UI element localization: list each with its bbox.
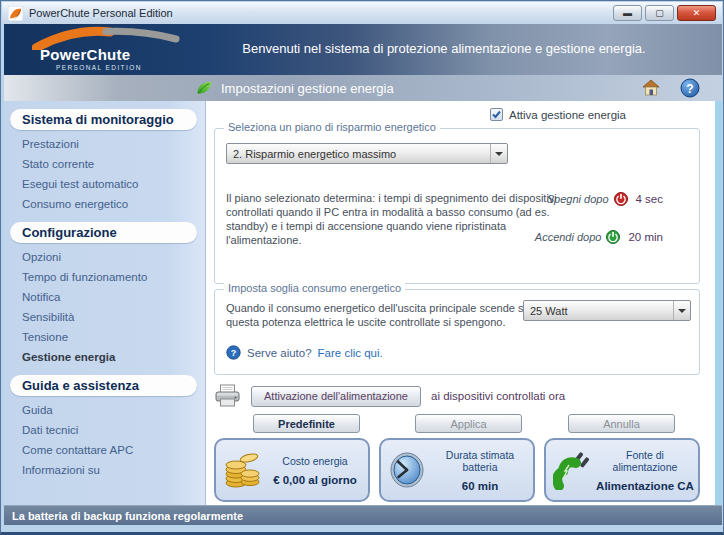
minimize-button[interactable]: ▬ (613, 5, 642, 21)
power-source-label: Fonte di alimentazione (596, 449, 694, 473)
enable-energy-checkbox[interactable]: Attiva gestione energia (490, 108, 626, 121)
status-bar: La batteria di backup funziona regolarme… (4, 505, 722, 525)
wattage-dropdown-value: 25 Watt (524, 305, 673, 317)
turn-on-value: 20 min (628, 231, 663, 243)
status-cards: Costo energia € 0,00 al giorno (207, 438, 700, 502)
power-source-value: Alimentazione CA (596, 480, 694, 492)
help-icon[interactable]: ? (680, 78, 700, 102)
home-icon[interactable] (642, 79, 660, 100)
shutdown-label: Spegni dopo (547, 193, 609, 205)
plan-dropdown[interactable]: 2. Risparmio energetico massimo (226, 143, 508, 164)
turn-on-label: Accendi dopo (535, 231, 602, 243)
plan-group-legend: Seleziona un piano di risparmio energeti… (224, 121, 440, 133)
help-row: ? Serve aiuto? Fare clic qui. (226, 345, 383, 360)
chevron-down-icon[interactable] (673, 301, 690, 320)
printer-icon[interactable] (214, 384, 241, 408)
threshold-group-legend: Imposta soglia consumo energetico (224, 282, 405, 294)
welcome-message: Benvenuti nel sistema di protezione alim… (194, 41, 694, 56)
page-header: Impostazioni gestione energia ? (4, 75, 722, 101)
sidebar: Sistema di monitoraggio Prestazioni Stat… (4, 101, 206, 505)
sidebar-item-opzioni[interactable]: Opzioni (4, 247, 205, 267)
plan-description: Il piano selezionato determina: i tempi … (226, 191, 578, 247)
power-on-icon (606, 230, 620, 244)
threshold-description: Quando il consumo energetico dell'uscita… (226, 301, 544, 329)
close-button[interactable]: ✕ (677, 5, 716, 21)
body: Sistema di monitoraggio Prestazioni Stat… (4, 101, 722, 505)
coins-icon (222, 448, 262, 492)
cancel-button[interactable]: Annulla (568, 414, 675, 433)
leaf-icon (195, 80, 213, 100)
power-off-icon (614, 192, 628, 206)
sidebar-item-esegui-test[interactable]: Esegui test automatico (4, 174, 205, 194)
power-source-card: Fonte di alimentazione Alimentazione CA (544, 438, 700, 502)
checkbox-label: Attiva gestione energia (509, 109, 626, 121)
energy-cost-card: Costo energia € 0,00 al giorno (214, 438, 370, 502)
header-banner: PowerChute PERSONAL EDITION Benvenuti ne… (4, 24, 722, 75)
wattage-dropdown[interactable]: 25 Watt (523, 300, 691, 321)
status-message: La batteria di backup funziona regolarme… (12, 510, 243, 522)
threshold-group: Imposta soglia consumo energetico Quando… (214, 289, 700, 375)
powerchute-app-icon (8, 6, 23, 21)
window-title: PowerChute Personal Edition (29, 7, 607, 19)
clock-icon (387, 448, 427, 492)
sidebar-item-gestione-energia[interactable]: Gestione energia (4, 347, 205, 367)
maximize-button[interactable]: ▢ (645, 5, 674, 21)
shutdown-value: 4 sec (636, 193, 664, 205)
sidebar-item-informazioni-su[interactable]: Informazioni su (4, 460, 205, 480)
sidebar-item-contattare-apc[interactable]: Come contattare APC (4, 440, 205, 460)
energy-cost-value: € 0,00 al giorno (266, 474, 364, 486)
power-activation-button[interactable]: Attivazione dell'alimentazione (251, 386, 421, 407)
svg-text:?: ? (231, 348, 237, 358)
sidebar-item-tempo-funzionamento[interactable]: Tempo di funzionamento (4, 267, 205, 287)
plan-group: Seleziona un piano di risparmio energeti… (214, 128, 700, 284)
sidebar-section-configurazione: Configurazione (10, 222, 197, 243)
powerchute-window: PowerChute Personal Edition ▬ ▢ ✕ PowerC… (0, 0, 724, 535)
title-bar: PowerChute Personal Edition ▬ ▢ ✕ (2, 2, 722, 24)
chevron-down-icon[interactable] (490, 144, 507, 163)
page-title: Impostazioni gestione energia (221, 81, 394, 96)
main-panel: Attiva gestione energia Seleziona un pia… (207, 101, 722, 505)
sidebar-section-guida: Guida e assistenza (10, 375, 197, 396)
power-activation-suffix: ai dispositivi controllati ora (431, 390, 565, 402)
sidebar-item-prestazioni[interactable]: Prestazioni (4, 134, 205, 154)
help-small-icon[interactable]: ? (226, 345, 241, 360)
sidebar-item-sensibilita[interactable]: Sensibilità (4, 307, 205, 327)
sidebar-item-tensione[interactable]: Tensione (4, 327, 205, 347)
plan-dropdown-value: 2. Risparmio energetico massimo (227, 148, 490, 160)
energy-cost-label: Costo energia (266, 455, 364, 467)
logo-name: PowerChute (40, 46, 203, 63)
battery-runtime-card: Durata stimata batteria 60 min (379, 438, 535, 502)
battery-runtime-value: 60 min (431, 480, 529, 492)
power-activation-row: Attivazione dell'alimentazione ai dispos… (214, 385, 565, 407)
plug-icon (552, 448, 592, 492)
shutdown-timing-row: Spegni dopo 4 sec (547, 192, 663, 206)
battery-runtime-label: Durata stimata batteria (431, 449, 529, 473)
defaults-button[interactable]: Predefinite (253, 414, 360, 433)
checkbox-checked-icon[interactable] (490, 108, 503, 121)
action-buttons-row: Predefinite Applica Annulla (207, 414, 700, 434)
sidebar-item-consumo-energetico[interactable]: Consumo energetico (4, 194, 205, 214)
right-margin-strip (715, 101, 722, 505)
logo-subtitle: PERSONAL EDITION (56, 64, 203, 71)
sidebar-item-notifica[interactable]: Notifica (4, 287, 205, 307)
apply-button[interactable]: Applica (415, 414, 522, 433)
sidebar-item-guida[interactable]: Guida (4, 400, 205, 420)
help-question: Serve aiuto? (247, 347, 312, 359)
help-link[interactable]: Fare clic qui. (318, 347, 383, 359)
svg-text:?: ? (686, 82, 693, 96)
powerchute-logo: PowerChute PERSONAL EDITION (18, 26, 203, 71)
sidebar-item-dati-tecnici[interactable]: Dati tecnici (4, 420, 205, 440)
turn-on-timing-row: Accendi dopo 20 min (535, 230, 663, 244)
sidebar-item-stato-corrente[interactable]: Stato corrente (4, 154, 205, 174)
sidebar-section-monitoring: Sistema di monitoraggio (10, 109, 197, 130)
